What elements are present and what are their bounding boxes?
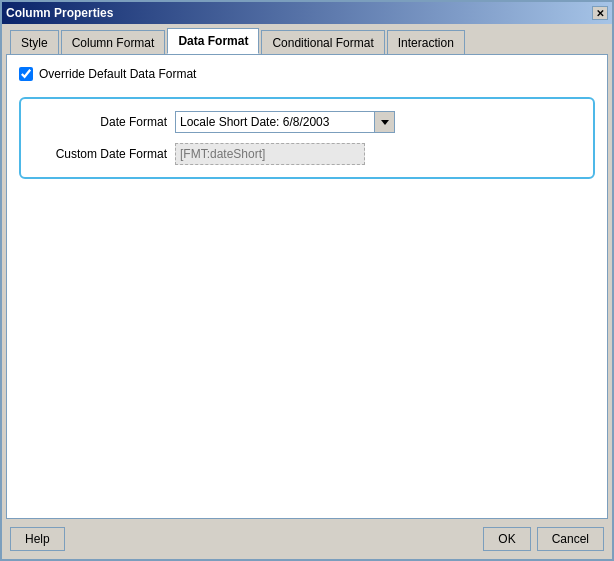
tab-conditional-format[interactable]: Conditional Format xyxy=(261,30,384,54)
tab-data-format[interactable]: Data Format xyxy=(167,28,259,54)
format-section: Date Format Custom Date Format xyxy=(19,97,595,179)
custom-date-format-label: Custom Date Format xyxy=(37,147,167,161)
cancel-button[interactable]: Cancel xyxy=(537,527,604,551)
window-body: Style Column Format Data Format Conditio… xyxy=(2,24,612,559)
tab-bar: Style Column Format Data Format Conditio… xyxy=(6,28,608,54)
footer-right: OK Cancel xyxy=(483,527,604,551)
date-format-select-wrapper xyxy=(175,111,395,133)
override-label: Override Default Data Format xyxy=(39,67,196,81)
tab-interaction[interactable]: Interaction xyxy=(387,30,465,54)
date-format-label: Date Format xyxy=(37,115,167,129)
column-properties-window: Column Properties ✕ Style Column Format … xyxy=(0,0,614,561)
footer: Help OK Cancel xyxy=(6,519,608,555)
tab-style[interactable]: Style xyxy=(10,30,59,54)
date-format-select[interactable] xyxy=(175,111,375,133)
date-format-dropdown-button[interactable] xyxy=(375,111,395,133)
date-format-row: Date Format xyxy=(37,111,577,133)
custom-date-format-row: Custom Date Format xyxy=(37,143,577,165)
custom-date-format-input[interactable] xyxy=(175,143,365,165)
chevron-down-icon xyxy=(381,120,389,125)
override-row: Override Default Data Format xyxy=(19,67,595,81)
close-button[interactable]: ✕ xyxy=(592,6,608,20)
override-checkbox[interactable] xyxy=(19,67,33,81)
ok-button[interactable]: OK xyxy=(483,527,530,551)
tab-column-format[interactable]: Column Format xyxy=(61,30,166,54)
tab-content-data-format: Override Default Data Format Date Format… xyxy=(6,54,608,519)
help-button[interactable]: Help xyxy=(10,527,65,551)
title-bar: Column Properties ✕ xyxy=(2,2,612,24)
footer-left: Help xyxy=(10,527,65,551)
window-title: Column Properties xyxy=(6,6,113,20)
